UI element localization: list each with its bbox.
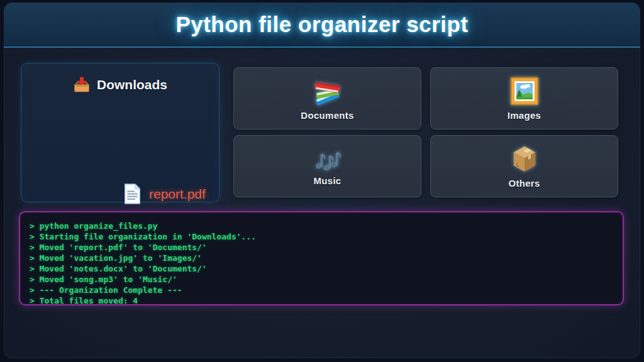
package-icon bbox=[511, 145, 538, 173]
category-label: Others bbox=[508, 178, 540, 189]
framed-picture-icon bbox=[510, 77, 539, 106]
category-tile-documents[interactable]: Documents bbox=[233, 67, 421, 129]
terminal-line: > Moved 'notes.docx' to 'Documents/' bbox=[30, 263, 616, 274]
page-title: Python file organizer script bbox=[175, 12, 468, 37]
category-label: Music bbox=[313, 175, 341, 186]
terminal-output: > python organize_files.py > Starting fi… bbox=[19, 211, 624, 305]
header: Python file organizer script bbox=[4, 3, 640, 48]
downloads-title: Downloads bbox=[97, 77, 167, 92]
category-grid: Documents Images bbox=[233, 67, 618, 197]
category-tile-music[interactable]: Music bbox=[233, 135, 421, 197]
category-tile-others[interactable]: Others bbox=[430, 135, 618, 197]
terminal-line: > Starting file organization in 'Downloa… bbox=[30, 231, 616, 242]
downloads-panel: Downloads report.pdf bbox=[21, 63, 219, 202]
category-label: Images bbox=[508, 110, 541, 121]
books-icon bbox=[313, 77, 342, 106]
file-item-report-pdf[interactable]: report.pdf bbox=[123, 183, 206, 205]
terminal-line: > python organize_files.py bbox=[30, 221, 616, 231]
category-label: Documents bbox=[301, 110, 353, 121]
app-window: Python file organizer script Downloads bbox=[4, 3, 640, 358]
page-icon bbox=[123, 183, 142, 205]
music-notes-icon bbox=[314, 147, 341, 171]
terminal-line: > Total files moved: 4 bbox=[30, 295, 616, 305]
downloads-header: Downloads bbox=[21, 76, 219, 94]
file-name: report.pdf bbox=[149, 187, 206, 202]
terminal-line: > Moved 'song.mp3' to 'Music/' bbox=[30, 274, 616, 285]
terminal-line: > --- Organization Complete --- bbox=[30, 285, 616, 295]
terminal-line: > Moved 'report.pdf' to 'Documents/' bbox=[30, 242, 616, 253]
inbox-tray-icon bbox=[73, 76, 91, 94]
category-tile-images[interactable]: Images bbox=[430, 67, 618, 129]
terminal-line: > Moved 'vacation.jpg' to 'Images/' bbox=[30, 253, 616, 263]
